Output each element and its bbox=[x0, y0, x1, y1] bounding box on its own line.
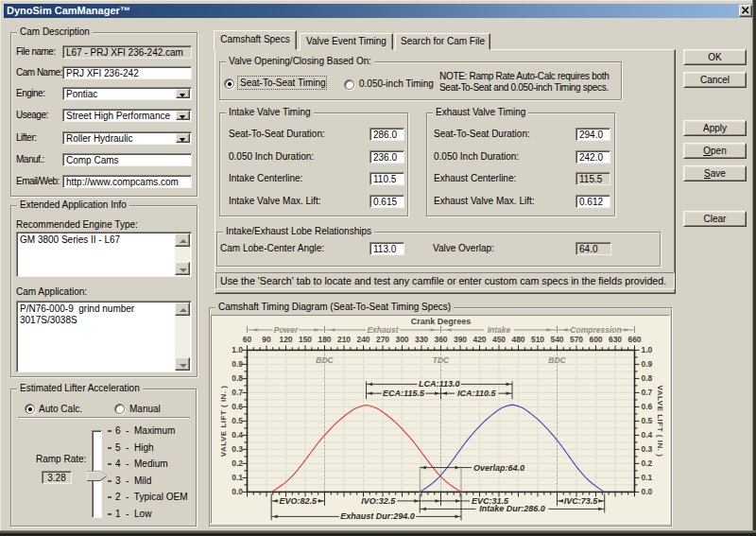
tab-valve-event-timing[interactable]: Valve Event Timing bbox=[300, 33, 393, 50]
intake-0-050-inch-duration-label: 0.050 Inch Duration: bbox=[229, 151, 314, 162]
scroll-up-icon[interactable] bbox=[175, 233, 190, 247]
engine-label: Engine: bbox=[16, 88, 44, 98]
engine-type-label: Recommended Engine Type: bbox=[16, 219, 138, 230]
group-cam-description-label: Cam Description bbox=[17, 26, 93, 37]
save-button[interactable]: Save bbox=[683, 165, 747, 182]
useage-field[interactable]: Street High Performance bbox=[62, 109, 192, 122]
intake-intake-centerline-field[interactable]: 110.5 bbox=[369, 172, 404, 185]
exhaust-exhaust-valve-max-lift-label: Exhaust Valve Max. Lift: bbox=[434, 196, 535, 206]
manuf-field[interactable]: Comp Cams bbox=[62, 153, 192, 166]
svg-text:0.0: 0.0 bbox=[232, 487, 243, 496]
lca-field[interactable]: 113.0 bbox=[369, 242, 404, 255]
intake-intake-valve-max-lift-field[interactable]: 0.615 bbox=[369, 195, 404, 208]
valve-overlap-field: 64.0 bbox=[576, 242, 611, 255]
slider-tick bbox=[108, 430, 112, 432]
svg-text:ECA:115.5: ECA:115.5 bbox=[383, 389, 425, 398]
svg-text:270: 270 bbox=[376, 335, 389, 344]
svg-text:0.0: 0.0 bbox=[642, 487, 653, 496]
svg-text:0.1: 0.1 bbox=[232, 473, 243, 482]
inch-timing-radio[interactable] bbox=[344, 79, 354, 90]
manual-radio[interactable] bbox=[114, 404, 125, 414]
svg-text:660: 660 bbox=[627, 335, 641, 344]
email-web-label: Email/Web: bbox=[16, 176, 60, 186]
svg-text:Overlap:64.0: Overlap:64.0 bbox=[473, 463, 524, 473]
clear-button[interactable]: Clear bbox=[683, 211, 747, 227]
svg-text:ICA:110.5: ICA:110.5 bbox=[457, 389, 496, 398]
scroll-up-icon[interactable] bbox=[175, 303, 190, 316]
lifter-field[interactable]: Roller Hydraulic bbox=[62, 131, 192, 145]
cam-application-textarea[interactable]: P/N76-000-9 grind number 3017S/3038S bbox=[16, 301, 192, 372]
title-bar[interactable]: DynoSim CamManager™ bbox=[4, 4, 753, 18]
exhaust-0-050-inch-duration-field[interactable]: 242.0 bbox=[576, 150, 610, 164]
slider-label-1: 5 - High bbox=[115, 442, 154, 453]
tab-search-for-cam-file[interactable]: Search for Cam File bbox=[395, 33, 490, 50]
combo-dropdown-icon[interactable] bbox=[176, 133, 190, 143]
ok-button-label: OK bbox=[708, 52, 721, 62]
svg-text:300: 300 bbox=[395, 335, 408, 344]
cancel-button[interactable]: Cancel bbox=[683, 72, 747, 88]
svg-text:1.0: 1.0 bbox=[642, 345, 653, 354]
inch-timing-label[interactable]: 0.050-inch Timing bbox=[359, 78, 434, 89]
scroll-down-icon[interactable] bbox=[175, 262, 190, 275]
intake-seat-to-seat-duration-field[interactable]: 286.0 bbox=[369, 128, 404, 141]
ramp-rate-slider-thumb[interactable] bbox=[87, 471, 108, 481]
intake-0-050-inch-duration-field[interactable]: 236.0 bbox=[369, 150, 404, 164]
email-web-field[interactable]: http://www.compcams.com bbox=[62, 175, 192, 188]
open-button[interactable]: Open bbox=[683, 143, 747, 159]
svg-text:540: 540 bbox=[550, 335, 563, 344]
window-title: DynoSim CamManager™ bbox=[7, 5, 130, 16]
engine-type-text: GM 3800 Series II - L67 bbox=[20, 234, 174, 246]
tab-valve-event-timing-label: Valve Event Timing bbox=[306, 36, 387, 46]
scroll-down-icon[interactable] bbox=[175, 357, 190, 371]
lca-label: Cam Lobe-Center Angle: bbox=[220, 243, 324, 253]
exhaust-exhaust-valve-max-lift-field[interactable]: 0.612 bbox=[576, 195, 610, 208]
group-chart-label: Camshaft Timing Diagram (Seat-To-Seat Ti… bbox=[215, 302, 454, 312]
svg-text:1.0: 1.0 bbox=[232, 345, 243, 354]
slider-label-3: 3 - Mild bbox=[115, 475, 151, 486]
engine-type-textarea[interactable]: GM 3800 Series II - L67 bbox=[16, 232, 192, 277]
combo-dropdown-icon[interactable] bbox=[176, 111, 190, 120]
exhaust-seat-to-seat-duration-field[interactable]: 294.0 bbox=[576, 128, 610, 141]
slider-tick bbox=[108, 447, 112, 449]
cam-name-value: PRJ XFI 236-242 bbox=[66, 68, 139, 78]
window-edge-bottom bbox=[0, 530, 756, 536]
intake-intake-centerline-label: Intake Centerline: bbox=[229, 173, 302, 183]
svg-text:0.7: 0.7 bbox=[642, 388, 653, 397]
window-edge-right bbox=[752, 0, 756, 536]
tab-camshaft-specs-label: Camshaft Specs bbox=[220, 34, 289, 44]
group-extended-info-label: Extended Application Info bbox=[17, 199, 129, 210]
auto-calc-radio[interactable] bbox=[25, 404, 35, 414]
engine-type-scrollbar[interactable] bbox=[175, 233, 190, 275]
close-button[interactable] bbox=[739, 5, 752, 17]
svg-text:240: 240 bbox=[356, 335, 369, 344]
cam-application-scrollbar[interactable] bbox=[175, 303, 190, 371]
ok-button[interactable]: OK bbox=[683, 49, 747, 65]
group-lifter-acceleration-label: Estimated Lifter Acceleration bbox=[17, 383, 143, 393]
engine-field[interactable]: Pontiac bbox=[62, 87, 192, 100]
combo-dropdown-icon[interactable] bbox=[176, 89, 190, 98]
slider-tick bbox=[108, 496, 112, 498]
open-button-label: Open bbox=[703, 146, 726, 156]
svg-text:0.8: 0.8 bbox=[232, 373, 243, 383]
svg-text:0.3: 0.3 bbox=[232, 444, 243, 454]
tab-search-for-cam-file-label: Search for Cam File bbox=[401, 36, 485, 46]
tab-camshaft-specs[interactable]: Camshaft Specs bbox=[214, 30, 297, 50]
svg-text:VALVE LIFT ( IN. ): VALVE LIFT ( IN. ) bbox=[656, 385, 664, 457]
slider-label-4: 2 - Typical OEM bbox=[115, 492, 188, 502]
svg-text:VALVE LIFT ( IN. ): VALVE LIFT ( IN. ) bbox=[219, 385, 228, 457]
dialog-window: DynoSim CamManager™ Cam Description File… bbox=[0, 0, 752, 530]
lifter-label: Lifter: bbox=[16, 132, 37, 143]
apply-button[interactable]: Apply bbox=[683, 120, 747, 136]
svg-text:0.4: 0.4 bbox=[232, 430, 243, 440]
seat-to-seat-label[interactable]: Seat-To-Seat Timing bbox=[240, 78, 326, 88]
apply-button-label: Apply bbox=[703, 123, 727, 133]
group-valve-basis-label: Valve Opening/Closing Based On: bbox=[226, 56, 374, 66]
cam-timing-chart: .ct-title { font:bold 9px "Liberation Sa… bbox=[211, 315, 670, 524]
file-name-value: L67 - PRJ XFI 236-242.cam bbox=[66, 47, 183, 58]
svg-text:0.5: 0.5 bbox=[232, 416, 243, 425]
svg-text:0.2: 0.2 bbox=[642, 458, 653, 468]
cam-name-field[interactable]: PRJ XFI 236-242 bbox=[62, 66, 192, 79]
seat-to-seat-radio[interactable] bbox=[224, 78, 234, 89]
svg-text:120: 120 bbox=[279, 335, 292, 344]
engine-value: Pontiac bbox=[66, 89, 97, 99]
